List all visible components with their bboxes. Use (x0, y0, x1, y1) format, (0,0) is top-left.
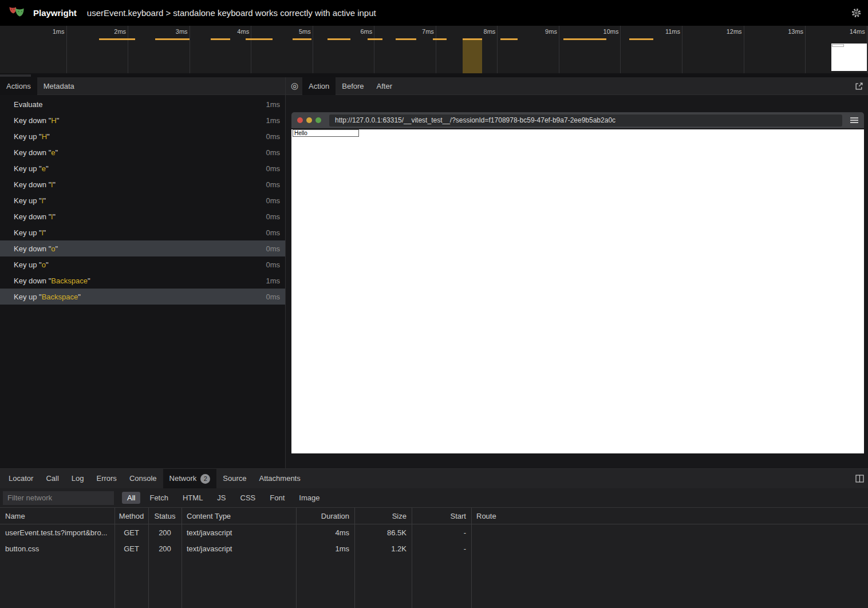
network-cell: button.css (0, 544, 115, 553)
tab-console[interactable]: Console (123, 469, 163, 488)
column-header-size[interactable]: Size (354, 512, 412, 520)
timeline-tick-label: 14ms (826, 28, 865, 35)
network-cell: GET (115, 528, 148, 537)
network-table: NameMethodStatusContent TypeDurationSize… (0, 507, 868, 608)
action-label: Evaluate (14, 100, 43, 109)
action-row[interactable]: Key down "e"0ms (0, 144, 285, 160)
tab-after[interactable]: After (370, 77, 399, 95)
action-row[interactable]: Key down "Backspace"1ms (0, 273, 285, 289)
open-external-icon[interactable] (855, 82, 863, 93)
filter-chip-js[interactable]: JS (212, 492, 231, 504)
menu-icon (850, 116, 858, 124)
column-header-duration[interactable]: Duration (296, 512, 354, 520)
app-title: Playwright (33, 8, 77, 18)
tab-before[interactable]: Before (336, 77, 370, 95)
snapshot-panel: ◎ ActionBeforeAfter http://127.0.0.1:633… (286, 77, 868, 468)
action-row[interactable]: Key up "l"0ms (0, 192, 285, 208)
action-key-value: o (51, 244, 55, 253)
tab-metadata[interactable]: Metadata (37, 77, 81, 95)
timeline-scrollbar[interactable] (0, 74, 31, 77)
page-text-input[interactable] (293, 129, 359, 137)
action-label: Key down "o" (14, 244, 58, 253)
network-cell: - (412, 528, 471, 537)
network-cell: 1.2K (354, 544, 412, 553)
tab-log[interactable]: Log (65, 469, 90, 488)
column-header-start[interactable]: Start (412, 512, 471, 520)
timeline-action-bar (500, 38, 518, 40)
timeline-tick-label: 13ms (764, 28, 803, 35)
traffic-light-yellow (306, 117, 312, 123)
network-request-row[interactable]: button.cssGET200text/javascript1ms1.2K- (0, 540, 868, 556)
action-row[interactable]: Key up "e"0ms (0, 160, 285, 176)
filter-chip-html[interactable]: HTML (177, 492, 208, 504)
timeline-gridline (559, 26, 559, 73)
action-duration: 0ms (266, 212, 280, 221)
filter-chip-font[interactable]: Font (265, 492, 290, 504)
timeline-tick-label: 5ms (271, 28, 311, 35)
action-key-value: H (42, 132, 47, 141)
filter-chip-css[interactable]: CSS (235, 492, 261, 504)
action-row[interactable]: Key up "H"0ms (0, 128, 285, 144)
timeline-action-bar (328, 38, 350, 40)
tab-errors[interactable]: Errors (90, 469, 123, 488)
timeline-gridline (497, 26, 498, 73)
action-row[interactable]: Key down "l"0ms (0, 208, 285, 224)
filter-chip-all[interactable]: All (122, 492, 140, 504)
tab-source[interactable]: Source (216, 469, 252, 488)
tab-label: Actions (6, 82, 31, 90)
network-filter-input[interactable] (3, 491, 114, 505)
action-row[interactable]: Key down "l"0ms (0, 176, 285, 192)
column-header-name[interactable]: Name (0, 512, 115, 520)
target-icon[interactable]: ◎ (291, 81, 298, 91)
network-type-filters: AllFetchHTMLJSCSSFontImage (122, 492, 329, 504)
tab-action[interactable]: Action (302, 77, 336, 95)
timeline-tick-label: 1ms (25, 28, 65, 35)
timeline-action-bar (155, 38, 190, 40)
action-row[interactable]: Key up "Backspace"0ms (0, 289, 285, 305)
column-header-method[interactable]: Method (115, 512, 148, 520)
action-duration: 0ms (266, 260, 280, 269)
action-row[interactable]: Key up "o"0ms (0, 256, 285, 273)
action-row[interactable]: Evaluate1ms (0, 96, 285, 112)
network-cell: userEvent.test.ts?import&bro... (0, 528, 115, 537)
tab-locator[interactable]: Locator (2, 469, 40, 488)
action-row[interactable]: Key down "o"0ms (0, 240, 285, 256)
column-header-content-type[interactable]: Content Type (182, 512, 296, 520)
network-filter-row: AllFetchHTMLJSCSSFontImage (0, 488, 868, 507)
network-cell: text/javascript (182, 528, 296, 537)
network-cell: 86.5K (354, 528, 412, 537)
network-cell: - (412, 544, 471, 553)
action-duration: 0ms (266, 293, 280, 301)
tab-attachments[interactable]: Attachments (252, 469, 306, 488)
timeline-tick-label: 12ms (703, 28, 742, 35)
timeline-ruler[interactable]: 1ms2ms3ms4ms5ms6ms7ms8ms9ms10ms11ms12ms1… (0, 26, 868, 73)
column-header-route[interactable]: Route (471, 512, 868, 520)
network-request-row[interactable]: userEvent.test.ts?import&bro...GET200tex… (0, 524, 868, 540)
tab-label: Attachments (259, 469, 300, 488)
tab-label: Network (169, 469, 197, 488)
playwright-masks-icon (8, 5, 25, 21)
action-row[interactable]: Key down "H"1ms (0, 112, 285, 128)
tab-actions[interactable]: Actions (0, 77, 37, 95)
gear-icon[interactable] (851, 7, 862, 21)
action-row[interactable]: Key up "l"0ms (0, 224, 285, 240)
column-separator (471, 508, 472, 608)
tab-call[interactable]: Call (40, 469, 65, 488)
traffic-light-red (297, 117, 303, 123)
action-key-value: l (42, 196, 44, 205)
timeline-action-bar (463, 38, 482, 40)
main-split: ActionsMetadata Evaluate1msKey down "H"1… (0, 77, 868, 468)
filter-chip-fetch[interactable]: Fetch (144, 492, 173, 504)
snapshot-area: http://127.0.0.1:63315/__vitest_test__/?… (286, 95, 868, 468)
timeline-gridline (436, 26, 436, 73)
filter-chip-image[interactable]: Image (294, 492, 325, 504)
bottom-tabbar: LocatorCallLogErrorsConsoleNetwork2Sourc… (0, 469, 868, 488)
timeline-gridline (66, 26, 67, 73)
address-bar: http://127.0.0.1:63315/__vitest_test__/?… (329, 115, 842, 127)
split-columns-icon[interactable] (855, 475, 864, 485)
timeline-tick-label: 10ms (579, 28, 618, 35)
column-header-status[interactable]: Status (148, 512, 182, 520)
timeline-action-bar (433, 38, 447, 40)
tab-label: Call (46, 469, 58, 488)
tab-network[interactable]: Network2 (163, 469, 217, 488)
